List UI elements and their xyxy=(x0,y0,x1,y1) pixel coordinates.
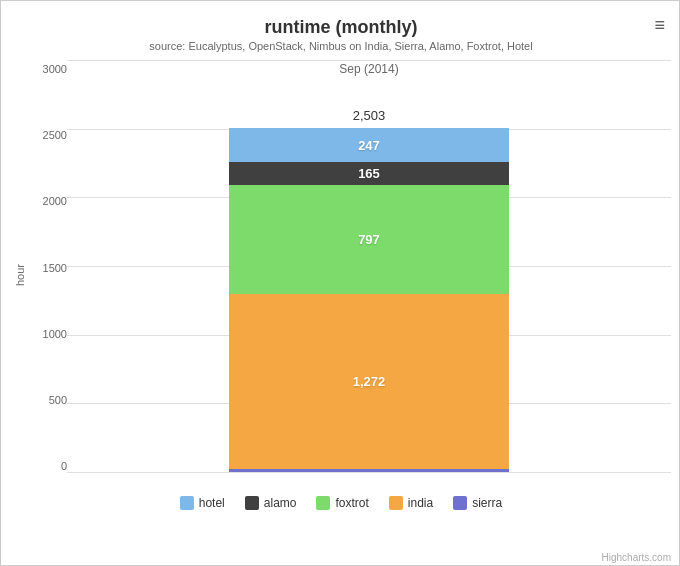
plot-area: 2,503221,272797165247 Sep (2014) xyxy=(67,60,671,490)
legend-color-sierra xyxy=(453,496,467,510)
y-axis-ticks: 050010001500200025003000 xyxy=(29,60,67,490)
bar-total-label: 2,503 xyxy=(353,108,386,123)
legend-color-india xyxy=(389,496,403,510)
y-tick: 3000 xyxy=(29,64,67,75)
bar-segment-label-alamo: 165 xyxy=(358,166,380,181)
legend-label-alamo: alamo xyxy=(264,496,297,510)
legend: hotelalamofoxtrotindiasierra xyxy=(11,496,671,510)
legend-color-alamo xyxy=(245,496,259,510)
menu-icon[interactable]: ≡ xyxy=(654,15,665,36)
chart-title: runtime (monthly) xyxy=(11,17,671,38)
legend-label-sierra: sierra xyxy=(472,496,502,510)
legend-item-sierra: sierra xyxy=(453,496,502,510)
legend-label-foxtrot: foxtrot xyxy=(335,496,368,510)
chart-area: hour 050010001500200025003000 2,503221,2… xyxy=(11,60,671,490)
bar-segment-sierra: 22 xyxy=(229,469,509,472)
y-tick: 1000 xyxy=(29,329,67,340)
legend-color-hotel xyxy=(180,496,194,510)
y-tick: 2500 xyxy=(29,130,67,141)
y-tick: 1500 xyxy=(29,263,67,274)
legend-color-foxtrot xyxy=(316,496,330,510)
y-tick: 2000 xyxy=(29,196,67,207)
bar-segment-label-hotel: 247 xyxy=(358,138,380,153)
chart-subtitle: source: Eucalyptus, OpenStack, Nimbus on… xyxy=(11,40,671,52)
legend-label-hotel: hotel xyxy=(199,496,225,510)
y-tick: 500 xyxy=(29,395,67,406)
grid-line xyxy=(67,472,671,473)
highcharts-credit: Highcharts.com xyxy=(602,552,671,563)
bars-container: 2,503221,272797165247 xyxy=(67,60,671,472)
legend-item-alamo: alamo xyxy=(245,496,297,510)
bar-segment-hotel: 247 xyxy=(229,128,509,162)
legend-item-foxtrot: foxtrot xyxy=(316,496,368,510)
bar-segment-label-foxtrot: 797 xyxy=(358,232,380,247)
bar-segment-label-india: 1,272 xyxy=(353,374,386,389)
bar-segment-alamo: 165 xyxy=(229,162,509,185)
legend-label-india: india xyxy=(408,496,433,510)
y-axis-label: hour xyxy=(11,60,29,490)
y-tick: 0 xyxy=(29,461,67,472)
legend-item-hotel: hotel xyxy=(180,496,225,510)
bar-group: 2,503221,272797165247 xyxy=(229,128,509,472)
bar-segment-india: 1,272 xyxy=(229,294,509,469)
bar-segment-foxtrot: 797 xyxy=(229,185,509,294)
chart-container: ≡ runtime (monthly) source: Eucalyptus, … xyxy=(1,1,680,566)
legend-item-india: india xyxy=(389,496,433,510)
